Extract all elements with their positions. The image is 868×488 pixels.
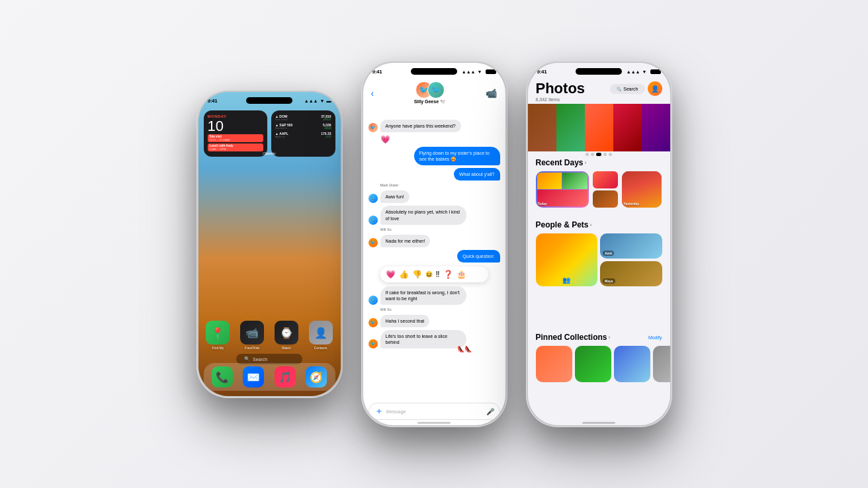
scene: 9:41 ▲▲▲ ▼ ▬ MONDAY 10 Site visit <box>0 0 868 488</box>
wifi-icon-3: ▼ <box>642 69 647 74</box>
recent-days-header[interactable]: Recent Days › <box>528 158 670 167</box>
stock-sp500: ▲ S&P 500 Standard &... 5,036 +80.48 <box>275 123 331 130</box>
msg-row-sent-3: Quick question: <box>369 250 500 263</box>
facetime-icon: 📹 <box>245 327 259 339</box>
recent-days-label: Recent Days <box>536 158 584 167</box>
pinned-card-2[interactable] <box>575 346 611 382</box>
tap-thumbsup[interactable]: 👍 <box>399 270 409 279</box>
app-grid: 📍 Find My 📹 FaceTime ⌚ Wa <box>204 321 335 350</box>
home-indicator-2 <box>417 422 451 424</box>
tap-exclaim[interactable]: ‼️ <box>436 270 440 279</box>
dot-3 <box>596 153 601 156</box>
hero-img-3 <box>585 104 613 151</box>
battery-icon: ▬ <box>327 99 331 103</box>
today-label: Today <box>538 202 547 206</box>
pinned-strip <box>528 342 670 386</box>
pinned-card-1[interactable] <box>536 346 572 382</box>
bubble-mark1: Aww fun! <box>380 190 410 203</box>
phone-3: 9:41 ▲▲▲ ▼ Photos 🔍 Search <box>526 61 672 427</box>
dock-phone[interactable]: 📞 <box>212 366 233 387</box>
cal-event1: Site visit 10:15 – 10:45AM <box>208 134 264 142</box>
status-icons-3: ▲▲▲ ▼ <box>627 69 661 74</box>
pinned-card-3[interactable] <box>614 346 650 382</box>
small-card-1[interactable] <box>593 171 618 188</box>
pinned-title[interactable]: Pinned Collections › <box>536 333 611 342</box>
sender-avatar-1: 🐦 <box>369 123 378 132</box>
battery-icon-2 <box>486 69 496 74</box>
photos-header: Photos 🔍 Search 👤 <box>528 77 670 100</box>
mail-icon: ✉️ <box>247 371 260 384</box>
dot-indicators <box>528 153 670 156</box>
safari-icon: 🧭 <box>310 371 323 384</box>
video-call-button[interactable]: 📹 <box>486 88 497 99</box>
bubble-mark2: Absolutely no plans yet, which I kind of… <box>380 206 466 224</box>
dot-2 <box>591 153 594 156</box>
maya-card[interactable]: Maya <box>600 261 662 286</box>
sender-will: Will Xu <box>380 227 500 231</box>
modify-button[interactable]: Modify <box>648 335 662 340</box>
dynamic-island-3 <box>576 68 622 75</box>
sender-avatar-mark2: 🐦 <box>369 216 378 225</box>
phone-2: 9:41 ▲▲▲ ▼ ‹ 🐦 🐦 Silly G <box>361 61 507 427</box>
people-header[interactable]: People & Pets › <box>528 220 670 229</box>
people-grid: 👥 Amit Maya <box>528 229 670 290</box>
app-facetime[interactable]: 📹 FaceTime <box>238 321 267 350</box>
findmy-label: Find My <box>212 346 224 350</box>
amit-card[interactable]: Amit <box>600 233 662 259</box>
pinned-chevron: › <box>609 334 611 341</box>
dot-4 <box>603 153 607 156</box>
tap-cake[interactable]: 🎂 <box>456 270 466 279</box>
group-name: Silly Geese 🕊️ <box>414 99 446 104</box>
tap-thumbsdown[interactable]: 👎 <box>412 270 422 279</box>
signal-icon: ▲▲▲ <box>304 99 318 103</box>
small-card-2[interactable] <box>593 190 618 208</box>
app-watch[interactable]: ⌚ Watch <box>272 321 301 350</box>
search-label-photos: Search <box>623 87 638 91</box>
dock-safari[interactable]: 🧭 <box>306 366 327 387</box>
sender-avatar-cake: 🐦 <box>369 296 378 305</box>
signal-icon-2: ▲▲▲ <box>462 69 476 74</box>
msg-row-will1: 🐦 Nada for me either! <box>369 235 500 247</box>
calendar-widget[interactable]: MONDAY 10 Site visit 10:15 – 10:45AM Lun… <box>204 110 268 157</box>
people-chevron: › <box>590 222 592 228</box>
dock-music[interactable]: 🎵 <box>275 366 296 387</box>
tap-question[interactable]: ❓ <box>443 270 453 279</box>
msg-row-sent-1: Flying down to my sister's place to see … <box>369 147 500 165</box>
plus-icon[interactable]: ＋ <box>374 405 384 417</box>
tap-haha[interactable]: 😆 <box>425 271 433 278</box>
tap-heart[interactable]: 💗 <box>386 270 396 279</box>
group-icon: 👥 <box>562 276 570 284</box>
pinned-card-4[interactable] <box>653 346 670 382</box>
photos-avatar[interactable]: 👤 <box>648 81 662 96</box>
dock-mail[interactable]: ✉️ <box>243 366 264 387</box>
msg-row-sent-2: What about y'all? <box>369 168 500 181</box>
phone-icon: 📞 <box>216 371 229 384</box>
sender-avatar-mark: 🐦 <box>369 194 378 203</box>
stocks-widget[interactable]: ▲ DOW Dow Jones I. 37,816 +570.17 ▲ S&P … <box>271 110 335 157</box>
pinned-header: Pinned Collections › Modify <box>528 333 670 342</box>
search-icon: 🔍 <box>244 356 250 362</box>
imessage-input-bar[interactable]: ＋ iMessage 🎤 <box>369 403 500 420</box>
maya-label: Maya <box>603 278 615 284</box>
bubble-sent-1: Flying down to my sister's place to see … <box>414 147 500 165</box>
mic-icon[interactable]: 🎤 <box>486 408 494 415</box>
recent-days-chevron: › <box>585 159 587 166</box>
bubble-1: Anyone have plans this weekend? <box>380 120 461 132</box>
hero-img-5 <box>642 104 670 151</box>
hero-img-2 <box>556 104 585 151</box>
app-contacts[interactable]: 👤 Contacts <box>306 321 335 350</box>
yesterday-card[interactable]: Yesterday <box>622 171 662 208</box>
facetime-label: FaceTime <box>245 346 259 350</box>
status-icons-2: ▲▲▲ ▼ <box>462 69 496 74</box>
photos-search-btn[interactable]: 🔍 Search <box>610 84 644 94</box>
music-icon: 🎵 <box>279 371 292 384</box>
small-cards-stack <box>593 171 618 208</box>
group-photo-card[interactable]: 👥 <box>536 233 598 286</box>
amit-label: Amit <box>603 251 614 256</box>
pinned-section: Pinned Collections › Modify <box>528 333 670 386</box>
app-findmy[interactable]: 📍 Find My <box>204 321 233 350</box>
battery-icon-3 <box>650 69 661 74</box>
cal-event2: Lunch with Andy 11AM – 12PM <box>208 143 264 151</box>
today-card[interactable]: Today <box>536 171 589 208</box>
back-button[interactable]: ‹ <box>371 88 374 99</box>
